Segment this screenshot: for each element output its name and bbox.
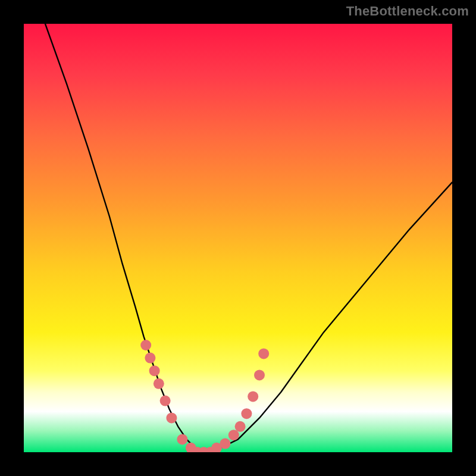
highlight-dot (177, 434, 187, 444)
highlight-dot (220, 439, 230, 449)
highlight-dot (241, 408, 252, 419)
bottleneck-curve (45, 24, 452, 452)
watermark-text: TheBottleneck.com (346, 4, 469, 19)
highlight-dots (140, 340, 269, 452)
chart-svg (24, 24, 452, 452)
highlight-dot (140, 340, 151, 350)
highlight-dot (160, 396, 171, 406)
plot-area (24, 24, 452, 452)
highlight-dot (228, 430, 239, 440)
chart-frame: TheBottleneck.com (0, 0, 476, 476)
highlight-dot (254, 369, 265, 380)
highlight-dot (258, 348, 269, 359)
highlight-dot (154, 378, 164, 389)
highlight-dot (145, 353, 155, 364)
highlight-dot (166, 412, 177, 423)
highlight-dot (248, 391, 258, 402)
highlight-dot (235, 421, 246, 432)
highlight-dot (149, 365, 160, 376)
